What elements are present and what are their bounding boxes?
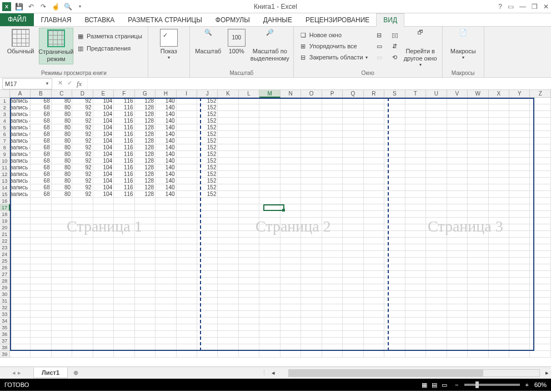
cell[interactable] xyxy=(530,324,550,331)
cell[interactable] xyxy=(10,324,31,331)
cell[interactable] xyxy=(93,198,114,204)
cell[interactable] xyxy=(343,231,363,238)
cell[interactable]: 68 xyxy=(31,184,51,191)
cell[interactable] xyxy=(93,304,114,311)
zoom-level[interactable]: 60% xyxy=(534,381,547,388)
cell[interactable] xyxy=(301,264,322,271)
cell[interactable] xyxy=(259,144,280,151)
cell[interactable] xyxy=(72,311,93,318)
cell[interactable] xyxy=(509,238,530,244)
cell[interactable] xyxy=(218,224,238,231)
cell[interactable] xyxy=(489,191,509,198)
cell[interactable] xyxy=(343,144,363,151)
cell[interactable] xyxy=(177,111,197,118)
add-sheet-button[interactable]: ⊕ xyxy=(68,369,84,376)
cell[interactable] xyxy=(426,104,447,111)
cell[interactable] xyxy=(10,291,31,298)
cell[interactable] xyxy=(322,158,343,164)
cell[interactable] xyxy=(489,331,509,338)
cell[interactable] xyxy=(343,338,363,344)
cell[interactable] xyxy=(72,224,93,231)
cell[interactable] xyxy=(280,278,301,284)
cell[interactable] xyxy=(280,138,301,144)
col-header-I[interactable]: I xyxy=(177,90,197,98)
cell[interactable] xyxy=(177,324,197,331)
cell[interactable] xyxy=(364,224,384,231)
cell[interactable] xyxy=(239,184,259,191)
cell[interactable] xyxy=(530,151,550,158)
cell[interactable] xyxy=(509,131,530,138)
cell[interactable] xyxy=(343,284,363,291)
cell[interactable] xyxy=(177,351,197,358)
cell[interactable] xyxy=(197,251,218,258)
cell[interactable]: 128 xyxy=(135,124,156,131)
cell[interactable] xyxy=(114,284,134,291)
cell[interactable] xyxy=(10,224,31,231)
cell[interactable] xyxy=(426,171,447,178)
col-header-V[interactable]: V xyxy=(447,90,468,98)
cell[interactable] xyxy=(114,271,134,278)
cell[interactable] xyxy=(31,298,51,304)
cell[interactable] xyxy=(489,111,509,118)
cell[interactable] xyxy=(156,211,176,218)
cell[interactable] xyxy=(177,178,197,184)
cell[interactable] xyxy=(405,118,426,124)
cell[interactable] xyxy=(322,204,343,211)
cell[interactable] xyxy=(31,231,51,238)
undo-icon[interactable]: ↶ xyxy=(27,2,36,11)
cell[interactable] xyxy=(364,98,384,104)
tab-вид[interactable]: ВИД xyxy=(376,13,404,27)
cell[interactable] xyxy=(405,344,426,351)
cell[interactable] xyxy=(197,204,218,211)
cell[interactable] xyxy=(489,211,509,218)
cell[interactable]: 92 xyxy=(72,164,93,171)
cell[interactable]: 128 xyxy=(135,158,156,164)
cell[interactable] xyxy=(280,284,301,291)
cell[interactable] xyxy=(468,144,488,151)
cell[interactable] xyxy=(343,138,363,144)
cell[interactable] xyxy=(259,218,280,224)
cell[interactable]: 104 xyxy=(93,98,114,104)
cell[interactable] xyxy=(177,231,197,238)
cell[interactable] xyxy=(52,251,72,258)
preview-icon[interactable]: 🔍 xyxy=(63,2,72,11)
cell[interactable] xyxy=(468,171,488,178)
close-icon[interactable]: ✕ xyxy=(543,3,549,11)
cell[interactable] xyxy=(52,244,72,251)
cell[interactable] xyxy=(468,238,488,244)
cell[interactable] xyxy=(509,311,530,318)
row-header[interactable]: 34 xyxy=(0,318,10,324)
cell[interactable] xyxy=(114,311,134,318)
cell[interactable] xyxy=(489,291,509,298)
cell[interactable] xyxy=(301,331,322,338)
cell[interactable]: 92 xyxy=(72,158,93,164)
cell[interactable] xyxy=(177,304,197,311)
cell[interactable] xyxy=(509,98,530,104)
cell[interactable]: запись 8 xyxy=(10,144,31,151)
cell[interactable] xyxy=(218,198,238,204)
cell[interactable] xyxy=(218,111,238,118)
cell[interactable] xyxy=(93,271,114,278)
cell[interactable] xyxy=(177,264,197,271)
cell[interactable] xyxy=(177,164,197,171)
cell[interactable] xyxy=(52,258,72,264)
cell[interactable]: 68 xyxy=(31,98,51,104)
cell[interactable]: 116 xyxy=(114,144,134,151)
cell[interactable] xyxy=(31,351,51,358)
cell[interactable] xyxy=(509,271,530,278)
cell[interactable]: 140 xyxy=(156,124,176,131)
row-header[interactable]: 39 xyxy=(0,351,10,358)
cell[interactable] xyxy=(177,158,197,164)
row-header[interactable]: 17 xyxy=(0,204,10,211)
cell[interactable] xyxy=(384,251,405,258)
cell[interactable] xyxy=(530,138,550,144)
cell[interactable] xyxy=(259,284,280,291)
cell[interactable] xyxy=(489,318,509,324)
help-icon[interactable]: ? xyxy=(498,3,502,11)
row-header[interactable]: 38 xyxy=(0,344,10,351)
cell[interactable] xyxy=(156,298,176,304)
cell[interactable] xyxy=(72,278,93,284)
cell[interactable] xyxy=(280,144,301,151)
cell[interactable] xyxy=(93,291,114,298)
cell[interactable] xyxy=(280,124,301,131)
